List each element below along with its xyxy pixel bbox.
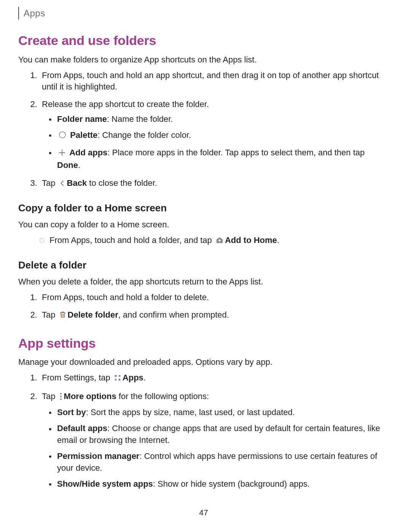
bullet: Palette: Change the folder color. <box>49 129 389 142</box>
steps-delete-folder: From Apps, touch and hold a folder to de… <box>40 292 389 322</box>
paragraph-folders-intro: You can make folders to organize App sho… <box>18 54 389 66</box>
svg-point-3 <box>115 379 116 381</box>
plus-icon <box>58 148 66 160</box>
text: . <box>143 373 146 382</box>
svg-point-6 <box>60 396 62 397</box>
step: From Apps, touch and hold an app shortcu… <box>40 70 389 93</box>
home-plus-icon <box>215 236 224 247</box>
paragraph-app-settings: Manage your downloaded and preloaded app… <box>18 356 389 368</box>
label-show-hide-system: Show/Hide system apps <box>57 479 153 489</box>
label-apps: Apps <box>123 373 143 382</box>
step: Tap More options for the following optio… <box>40 391 389 490</box>
heading-app-settings: App settings <box>18 334 389 352</box>
label-default-apps: Default apps <box>57 423 107 433</box>
sub-bullets: Folder name: Name the folder. Palette: C… <box>49 113 389 171</box>
text: From Settings, tap <box>42 373 113 382</box>
header-section-label: Apps <box>24 8 45 18</box>
label-back: Back <box>67 178 87 188</box>
label-permission-manager: Permission manager <box>57 451 139 461</box>
heading-delete-folder: Delete a folder <box>18 259 389 272</box>
text: , and confirm when prompted. <box>118 310 229 320</box>
step: Tap Back to close the folder. <box>40 177 389 190</box>
heading-copy-folder: Copy a folder to a Home screen <box>18 201 389 215</box>
svg-point-0 <box>59 132 66 138</box>
bullet: From Apps, touch and hold a folder, and … <box>40 235 389 248</box>
more-options-icon <box>59 392 63 404</box>
label-sort-by: Sort by <box>57 407 86 417</box>
bullet: Default apps: Choose or change apps that… <box>49 423 389 446</box>
label-done: Done <box>57 160 78 170</box>
label-more-options: More options <box>64 391 116 401</box>
text: Tap <box>42 310 58 320</box>
hollow-bullet-list: From Apps, touch and hold a folder, and … <box>40 235 389 248</box>
apps-grid-icon <box>114 373 121 385</box>
bullet: Folder name: Name the folder. <box>49 113 389 125</box>
paragraph-delete-folder: When you delete a folder, the app shortc… <box>18 276 389 288</box>
step-text: Release the app shortcut to create the f… <box>42 99 209 109</box>
svg-point-4 <box>118 379 120 381</box>
label-palette: Palette <box>70 130 97 140</box>
svg-point-1 <box>115 375 116 377</box>
text: : Place more apps in the folder. Tap app… <box>107 148 365 157</box>
bullet: Permission manager: Control which apps h… <box>49 451 389 474</box>
chevron-left-icon <box>59 179 66 190</box>
steps-create-folders: From Apps, touch and hold an app shortcu… <box>40 70 389 190</box>
page-header: Apps <box>18 7 389 19</box>
more-options-bullets: Sort by: Sort the apps by size, name, la… <box>49 407 389 490</box>
bullet: Add apps: Place more apps in the folder.… <box>49 147 389 171</box>
text: for the following options: <box>116 391 209 401</box>
text: . <box>277 235 279 245</box>
text: to close the folder. <box>87 178 157 188</box>
text: Tap <box>42 391 58 401</box>
text: . <box>78 160 80 170</box>
text: Tap <box>42 178 58 188</box>
step: Release the app shortcut to create the f… <box>40 99 389 171</box>
paragraph-copy-folder: You can copy a folder to a Home screen. <box>18 219 389 230</box>
text: : Show or hide system (background) apps. <box>153 479 310 489</box>
palette-icon <box>58 131 67 142</box>
step: From Apps, touch and hold a folder to de… <box>40 292 389 303</box>
bullet: Sort by: Sort the apps by size, name, la… <box>49 407 389 418</box>
text: : Change the folder color. <box>97 130 191 140</box>
trash-icon <box>59 310 67 322</box>
text: From Apps, touch and hold a folder, and … <box>49 235 214 245</box>
step: Tap Delete folder, and confirm when prom… <box>40 309 389 322</box>
page-number: 47 <box>18 507 389 518</box>
label-delete-folder: Delete folder <box>68 310 118 320</box>
bullet: Show/Hide system apps: Show or hide syst… <box>49 478 389 490</box>
label-add-to-home: Add to Home <box>225 235 277 245</box>
svg-point-2 <box>118 375 120 377</box>
text: : Sort the apps by size, name, last used… <box>86 407 295 417</box>
svg-point-5 <box>60 393 62 394</box>
steps-app-settings: From Settings, tap Apps. Tap More option… <box>40 372 389 490</box>
text: : Name the folder. <box>107 114 173 124</box>
svg-point-7 <box>60 398 62 400</box>
label-folder-name: Folder name <box>57 114 107 124</box>
label-add-apps: Add apps <box>69 148 107 157</box>
step: From Settings, tap Apps. <box>40 372 389 385</box>
heading-create-folders: Create and use folders <box>18 32 389 50</box>
